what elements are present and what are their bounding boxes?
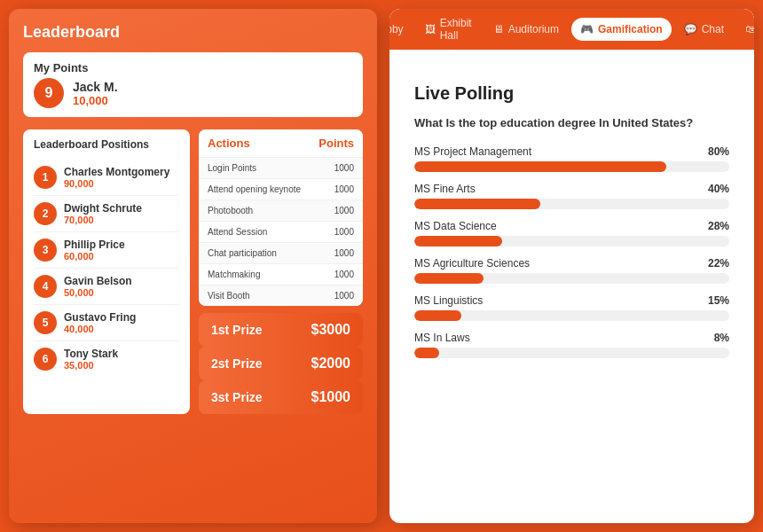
poll-row: MS Project Management 80%: [414, 145, 729, 172]
my-rank-badge: 9: [34, 78, 64, 108]
poll-bar-fill: [414, 310, 461, 321]
pos-badge: 4: [34, 275, 57, 298]
positions-col: Leaderboard Positions 1 Charles Montgome…: [23, 129, 190, 414]
poll-row: MS In Laws 8%: [414, 332, 729, 358]
polling-question: What Is the top education degree In Unit…: [414, 116, 729, 129]
position-item: 5 Gustavo Fring 40,000: [34, 305, 179, 341]
actions-table: Actions Points Login Points 1000 Attend …: [199, 129, 363, 306]
nav-item-chat[interactable]: 💬Chat: [675, 18, 733, 41]
polling-content: Live Polling What Is the top education d…: [414, 69, 729, 358]
poll-label-row: MS Agriculture Sciences 22%: [414, 257, 729, 270]
action-name: Visit Booth: [208, 291, 250, 301]
poll-bar-bg: [414, 161, 729, 172]
action-points: 1000: [334, 248, 354, 258]
pos-name: Gavin Belson: [64, 275, 132, 287]
pos-points: 90,000: [64, 178, 169, 189]
poll-bar-bg: [414, 348, 729, 358]
actions-label: Actions: [208, 137, 250, 150]
pos-points: 40,000: [64, 324, 136, 334]
poll-pct-label: 40%: [708, 183, 729, 195]
nav-item-gamification[interactable]: 🎮Gamification: [571, 18, 672, 41]
prize-amount: $3000: [311, 322, 351, 338]
pos-badge: 5: [34, 311, 57, 334]
action-points: 1000: [334, 291, 354, 301]
prize-3-badge: 3st Prize $1000: [199, 380, 363, 414]
position-item: 4 Gavin Belson 50,000: [34, 269, 179, 305]
my-name: Jack M.: [73, 80, 118, 94]
pos-badge: 2: [34, 202, 57, 225]
pos-badge: 1: [34, 166, 57, 189]
pos-points: 35,000: [64, 360, 118, 371]
action-name: Login Points: [208, 163, 256, 173]
poll-options: MS Project Management 80% MS Fine Arts 4…: [414, 145, 729, 358]
poll-pct-label: 80%: [708, 145, 729, 158]
action-row: Login Points 1000: [199, 157, 363, 178]
poll-option-label: MS Agriculture Sciences: [414, 257, 530, 270]
poll-label-row: MS Data Science 28%: [414, 220, 729, 232]
pos-points: 50,000: [64, 287, 132, 298]
position-item: 3 Phillip Price 60,000: [34, 232, 179, 269]
nav-label-lobby: Lobby: [389, 23, 404, 35]
poll-bar-bg: [414, 236, 729, 246]
actions-list: Login Points 1000 Attend opening keynote…: [199, 157, 363, 306]
poll-row: MS Agriculture Sciences 22%: [414, 257, 729, 284]
poll-option-label: MS Linguistics: [414, 294, 483, 307]
positions-title: Leaderboard Positions: [34, 138, 179, 151]
chat-icon: 💬: [684, 23, 697, 35]
poll-label-row: MS In Laws 8%: [414, 332, 729, 344]
prize-1-badge: 1st Prize $3000: [199, 313, 363, 347]
pos-name: Charles Montgomery: [64, 166, 169, 178]
two-col: Leaderboard Positions 1 Charles Montgome…: [23, 129, 363, 414]
pos-name: Tony Stark: [64, 348, 118, 360]
top-nav: 🏠Lobby🖼Exhibit Hall🖥Auditorium🎮Gamificat…: [389, 9, 754, 50]
exhibit-hall-icon: 🖼: [425, 23, 436, 35]
pos-points: 70,000: [64, 215, 142, 225]
poll-label-row: MS Project Management 80%: [414, 145, 729, 158]
poll-bar-bg: [414, 273, 729, 284]
action-points: 1000: [334, 163, 354, 173]
action-points: 1000: [334, 184, 354, 194]
action-points: 1000: [334, 206, 354, 215]
poll-option-label: MS In Laws: [414, 332, 470, 344]
action-name: Photobooth: [208, 206, 253, 215]
prize-label: 1st Prize: [211, 323, 263, 337]
nav-item-lobby[interactable]: 🏠Lobby: [389, 18, 413, 41]
positions-list: 1 Charles Montgomery 90,000 2 Dwight Sch…: [34, 160, 179, 377]
actions-header: Actions Points: [199, 129, 363, 157]
poll-row: MS Data Science 28%: [414, 220, 729, 246]
action-row: Matchmaking 1000: [199, 263, 363, 285]
main-container: Leaderboard My Points 9 Jack M. 10,000 L…: [9, 9, 754, 523]
prize-amount: $1000: [311, 389, 351, 405]
action-name: Chat participation: [208, 248, 277, 258]
action-row: Attend Session 1000: [199, 221, 363, 242]
pos-name: Gustavo Fring: [64, 311, 136, 324]
nav-item-swag-bag[interactable]: 🛍Swag Bag: [736, 12, 754, 47]
prize-2-badge: 2st Prize $2000: [199, 347, 363, 380]
poll-bar-fill: [414, 161, 666, 172]
my-points-section: My Points 9 Jack M. 10,000: [23, 52, 363, 117]
pos-points: 60,000: [64, 251, 125, 262]
prize-label: 3st Prize: [211, 390, 263, 404]
position-item: 2 Dwight Schrute 70,000: [34, 196, 179, 232]
nav-label-exhibit-hall: Exhibit Hall: [440, 17, 472, 42]
prizes-list: 1st Prize $3000 2st Prize $2000 3st Priz…: [199, 313, 363, 414]
poll-bar-bg: [414, 199, 729, 209]
poll-pct-label: 8%: [714, 332, 729, 344]
nav-item-exhibit-hall[interactable]: 🖼Exhibit Hall: [416, 12, 481, 47]
poll-label-row: MS Fine Arts 40%: [414, 183, 729, 195]
action-points: 1000: [334, 227, 354, 237]
leaderboard-panel: Leaderboard My Points 9 Jack M. 10,000 L…: [9, 9, 377, 523]
action-row: Chat participation 1000: [199, 242, 363, 263]
action-name: Attend opening keynote: [208, 184, 301, 194]
poll-bar-fill: [414, 273, 484, 284]
nav-label-gamification: Gamification: [598, 23, 663, 35]
nav-item-auditorium[interactable]: 🖥Auditorium: [484, 18, 568, 41]
poll-bar-bg: [414, 310, 729, 321]
nav-label-chat: Chat: [702, 23, 724, 35]
pos-name: Phillip Price: [64, 239, 125, 251]
action-name: Attend Session: [208, 227, 267, 237]
poll-option-label: MS Project Management: [414, 145, 531, 158]
poll-row: MS Linguistics 15%: [414, 294, 729, 321]
poll-bar-fill: [414, 348, 439, 358]
pos-badge: 6: [34, 348, 57, 371]
